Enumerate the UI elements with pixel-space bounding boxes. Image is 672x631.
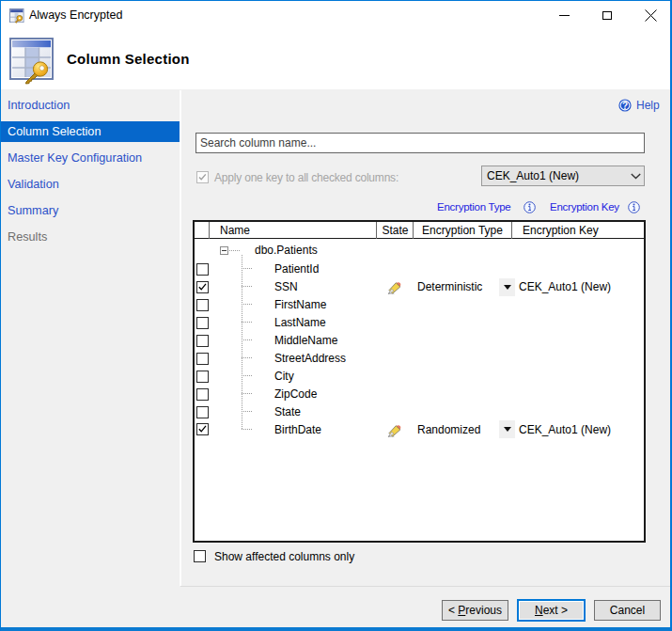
svg-text:?: ? [622, 101, 628, 111]
